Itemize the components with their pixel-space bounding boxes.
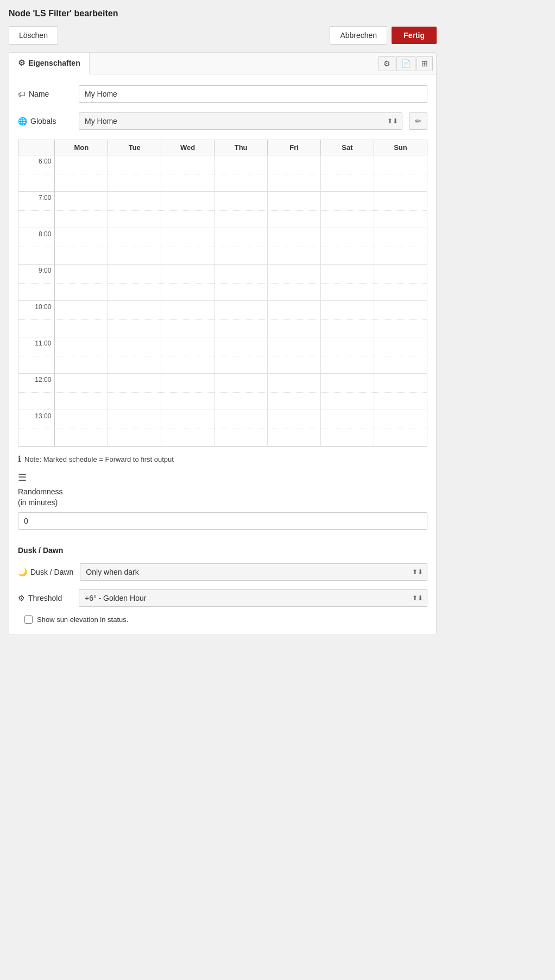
schedule-cell[interactable] [374, 192, 427, 211]
schedule-cell[interactable] [374, 211, 427, 228]
schedule-cell[interactable] [268, 265, 321, 284]
schedule-cell[interactable] [268, 284, 321, 301]
schedule-cell[interactable] [268, 320, 321, 337]
schedule-cell[interactable] [161, 429, 215, 447]
schedule-cell[interactable] [321, 174, 374, 192]
schedule-cell[interactable] [321, 247, 374, 265]
schedule-cell[interactable] [374, 228, 427, 247]
schedule-cell[interactable] [108, 337, 161, 356]
schedule-cell[interactable] [161, 228, 215, 247]
schedule-cell[interactable] [374, 301, 427, 320]
schedule-cell[interactable] [108, 393, 161, 410]
schedule-cell[interactable] [215, 301, 268, 320]
schedule-cell[interactable] [108, 301, 161, 320]
schedule-cell[interactable] [55, 301, 108, 320]
schedule-cell[interactable] [215, 374, 268, 393]
schedule-cell[interactable] [108, 247, 161, 265]
schedule-cell[interactable] [161, 301, 215, 320]
schedule-cell[interactable] [374, 320, 427, 337]
schedule-cell[interactable] [374, 356, 427, 374]
schedule-cell[interactable] [215, 174, 268, 192]
schedule-cell[interactable] [268, 228, 321, 247]
schedule-cell[interactable] [215, 337, 268, 356]
schedule-cell[interactable] [161, 284, 215, 301]
schedule-cell[interactable] [55, 228, 108, 247]
schedule-cell[interactable] [268, 337, 321, 356]
schedule-cell[interactable] [161, 247, 215, 265]
schedule-cell[interactable] [268, 393, 321, 410]
schedule-cell[interactable] [374, 410, 427, 429]
schedule-cell[interactable] [108, 284, 161, 301]
schedule-cell[interactable] [268, 356, 321, 374]
schedule-cell[interactable] [268, 155, 321, 174]
tab-document-icon-button[interactable]: 📄 [396, 56, 415, 71]
schedule-cell[interactable] [55, 155, 108, 174]
schedule-cell[interactable] [108, 155, 161, 174]
schedule-cell[interactable] [161, 356, 215, 374]
schedule-cell[interactable] [161, 320, 215, 337]
schedule-cell[interactable] [321, 265, 374, 284]
schedule-cell[interactable] [55, 374, 108, 393]
schedule-cell[interactable] [161, 155, 215, 174]
schedule-cell[interactable] [321, 410, 374, 429]
schedule-cell[interactable] [321, 429, 374, 447]
schedule-cell[interactable] [161, 265, 215, 284]
schedule-cell[interactable] [55, 320, 108, 337]
schedule-cell[interactable] [161, 393, 215, 410]
schedule-cell[interactable] [215, 265, 268, 284]
schedule-cell[interactable] [108, 429, 161, 447]
schedule-cell[interactable] [321, 301, 374, 320]
schedule-cell[interactable] [215, 393, 268, 410]
schedule-cell[interactable] [55, 356, 108, 374]
schedule-cell[interactable] [215, 410, 268, 429]
schedule-cell[interactable] [374, 247, 427, 265]
schedule-cell[interactable] [268, 174, 321, 192]
schedule-cell[interactable] [108, 174, 161, 192]
schedule-cell[interactable] [268, 247, 321, 265]
schedule-cell[interactable] [374, 155, 427, 174]
schedule-cell[interactable] [321, 356, 374, 374]
schedule-cell[interactable] [268, 301, 321, 320]
schedule-cell[interactable] [374, 393, 427, 410]
schedule-cell[interactable] [268, 429, 321, 447]
schedule-cell[interactable] [321, 320, 374, 337]
schedule-cell[interactable] [108, 356, 161, 374]
tab-settings-icon-button[interactable]: ⚙ [379, 56, 395, 71]
schedule-cell[interactable] [55, 410, 108, 429]
sun-elevation-checkbox[interactable] [24, 615, 33, 624]
globals-select[interactable]: My Home [79, 112, 402, 130]
schedule-cell[interactable] [55, 337, 108, 356]
schedule-cell[interactable] [215, 228, 268, 247]
schedule-cell[interactable] [55, 265, 108, 284]
schedule-cell[interactable] [108, 192, 161, 211]
schedule-cell[interactable] [161, 374, 215, 393]
name-input[interactable] [79, 85, 427, 103]
schedule-cell[interactable] [55, 192, 108, 211]
schedule-cell[interactable] [321, 155, 374, 174]
schedule-cell[interactable] [108, 228, 161, 247]
schedule-cell[interactable] [55, 247, 108, 265]
schedule-cell[interactable] [215, 155, 268, 174]
schedule-cell[interactable] [321, 228, 374, 247]
schedule-cell[interactable] [215, 320, 268, 337]
schedule-cell[interactable] [268, 192, 321, 211]
schedule-cell[interactable] [268, 374, 321, 393]
threshold-select[interactable]: +6° - Golden Hour 0° - Sunset/Sunrise -6… [79, 589, 427, 607]
schedule-cell[interactable] [321, 393, 374, 410]
schedule-cell[interactable] [55, 211, 108, 228]
schedule-cell[interactable] [215, 284, 268, 301]
schedule-cell[interactable] [268, 211, 321, 228]
schedule-cell[interactable] [215, 429, 268, 447]
schedule-cell[interactable] [374, 265, 427, 284]
schedule-cell[interactable] [321, 374, 374, 393]
schedule-cell[interactable] [108, 320, 161, 337]
schedule-cell[interactable] [374, 174, 427, 192]
schedule-cell[interactable] [55, 174, 108, 192]
done-button[interactable]: Fertig [392, 27, 437, 44]
schedule-cell[interactable] [55, 284, 108, 301]
schedule-cell[interactable] [268, 410, 321, 429]
schedule-cell[interactable] [108, 410, 161, 429]
tab-layout-icon-button[interactable]: ⊞ [417, 56, 433, 71]
schedule-cell[interactable] [374, 284, 427, 301]
schedule-cell[interactable] [374, 374, 427, 393]
